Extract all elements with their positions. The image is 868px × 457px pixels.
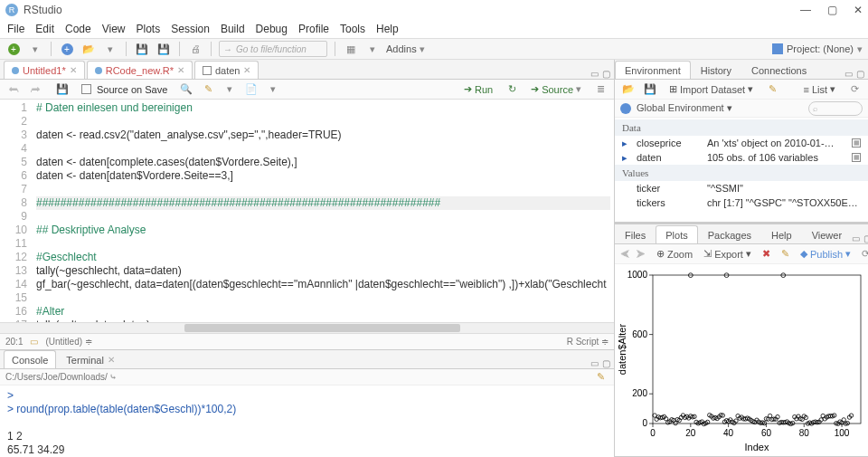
plot-tabs: Files Plots Packages Help Viewer ▭ ▢ [615,224,868,244]
save-source-button[interactable]: 💾 [54,81,71,98]
file-type[interactable]: R Script ≑ [567,337,609,347]
tab-plots[interactable]: Plots [656,225,697,243]
import-dataset-button[interactable]: ⊞Import Dataset ▾ [669,83,753,95]
save-all-button[interactable]: 💾 [156,41,172,57]
tab-untitled1[interactable]: Untitled1*✕ [4,61,85,79]
new-dropdown[interactable]: ▾ [27,41,43,57]
open-dropdown[interactable]: ▾ [102,41,118,57]
refresh-env-button[interactable]: ⟳ [846,81,863,98]
pane-min-icon[interactable]: ▭ [844,69,853,79]
pane-max-icon[interactable]: ▢ [602,69,610,79]
svg-text:40: 40 [723,428,734,438]
expand-arrow-icon[interactable]: ▸ [622,150,631,165]
tab-console[interactable]: Console [4,350,56,368]
menu-help[interactable]: Help [376,23,399,35]
pane-max-icon[interactable]: ▢ [856,69,864,79]
back-button[interactable]: ⮪ [5,81,22,98]
menu-code[interactable]: Code [65,23,91,35]
menu-build[interactable]: Build [221,23,245,35]
export-button[interactable]: ⇲Export ▾ [703,248,751,260]
publish-button[interactable]: ◆Publish ▾ [800,248,851,260]
menu-file[interactable]: File [7,23,24,35]
report-dropdown[interactable]: ▾ [265,81,281,98]
console-output[interactable]: > > round(prop.table(table(daten$Geschl)… [0,386,614,457]
goto-file-input[interactable]: → Go to file/function [219,41,327,57]
pane-min-icon[interactable]: ▭ [852,233,860,243]
source-button[interactable]: ➔Source ▾ [531,83,581,95]
load-workspace-button[interactable]: 📂 [620,81,637,98]
zoom-button[interactable]: ⊕Zoom [656,248,693,260]
minimize-button[interactable]: — [800,4,811,16]
close-tab-icon[interactable]: ✕ [108,355,115,365]
open-file-button[interactable]: 📂 [80,41,97,57]
close-tab-icon[interactable]: ✕ [70,65,77,75]
tab-environment[interactable]: Environment [615,61,691,79]
view-data-icon[interactable]: ▦ [852,153,861,162]
pane-max-icon[interactable]: ▢ [863,233,868,243]
remove-plot-button[interactable]: ✖ [762,246,770,262]
save-button[interactable]: 💾 [134,41,150,57]
grid-dropdown[interactable]: ▾ [364,41,381,57]
menu-tools[interactable]: Tools [340,23,365,35]
refresh-plot-button[interactable]: ⟳ [862,246,868,262]
menu-profile[interactable]: Profile [298,23,329,35]
print-button[interactable]: 🖨 [187,41,203,57]
clear-env-button[interactable]: ✎ [764,81,780,98]
grid-view-button[interactable]: ▦ [343,41,359,57]
env-row[interactable]: ▸daten105 obs. of 106 variables▦ [615,150,868,165]
view-data-icon[interactable]: ▦ [852,138,861,148]
wand-button[interactable]: ✎ [200,81,216,98]
expand-arrow-icon[interactable]: ▸ [622,136,631,150]
menu-debug[interactable]: Debug [256,23,288,35]
tab-terminal[interactable]: Terminal✕ [58,350,123,368]
env-scope[interactable]: Global Environment ▾ [637,102,732,114]
env-search-input[interactable]: ⌕ [808,101,863,116]
new-project-button[interactable]: + [59,41,75,57]
menu-edit[interactable]: Edit [35,23,54,35]
outline-button[interactable]: ≣ [592,81,609,98]
clear-plots-button[interactable]: ✎ [781,246,789,262]
pane-max-icon[interactable]: ▢ [602,358,610,368]
tab-history[interactable]: History [691,61,741,79]
find-button[interactable]: 🔍 [178,81,194,98]
fwd-button[interactable]: ⮫ [27,81,43,98]
close-button[interactable]: ✕ [854,4,863,16]
addins-menu[interactable]: Addins ▾ [386,43,425,55]
list-view-button[interactable]: ≡ List ▾ [803,83,835,95]
source-on-save-checkbox[interactable] [81,84,91,94]
close-tab-icon[interactable]: ✕ [243,65,250,75]
goto-arrow-icon: → [223,44,232,54]
code-editor[interactable]: 1234567891011121314151617181920212223 # … [0,100,614,322]
tab-rcode-new[interactable]: RCode_new.R*✕ [87,61,193,79]
rerun-button[interactable]: ↻ [504,81,520,98]
env-row[interactable]: ▸closepriceAn 'xts' object on 2010-01-…▦ [615,136,868,150]
new-file-button[interactable]: + [5,41,22,57]
close-tab-icon[interactable]: ✕ [177,65,184,75]
wand-dropdown[interactable]: ▾ [222,81,238,98]
save-workspace-button[interactable]: 💾 [642,81,658,98]
editor-h-scroll[interactable] [0,322,614,333]
tab-viewer[interactable]: Viewer [802,225,852,243]
tab-daten[interactable]: daten✕ [194,61,259,79]
env-row[interactable]: tickerschr [1:7] "^GSPC" "^STOXX50E"… [615,195,868,210]
pane-min-icon[interactable]: ▭ [590,69,599,79]
run-button[interactable]: ➔Run [464,83,493,95]
report-button[interactable]: 📄 [243,81,259,98]
tab-connections[interactable]: Connections [741,61,816,79]
menu-view[interactable]: View [102,23,126,35]
tab-help[interactable]: Help [761,225,802,243]
code-area[interactable]: # Daten einlesen und bereinigen daten <-… [33,100,614,322]
clear-console-button[interactable]: ✎ [592,369,609,386]
section-label[interactable]: (Untitled) ≑ [45,337,91,347]
pane-min-icon[interactable]: ▭ [590,358,599,368]
tab-packages[interactable]: Packages [698,225,761,243]
project-menu[interactable]: Project: (None) ▾ [772,43,863,55]
tab-files[interactable]: Files [615,225,656,243]
menu-plots[interactable]: Plots [137,23,161,35]
path-go-icon[interactable]: ⤷ [109,372,117,382]
env-row[interactable]: ticker"^SSMI" [615,181,868,195]
prev-plot-button[interactable]: ⮜ [620,246,630,262]
next-plot-button[interactable]: ⮞ [636,246,646,262]
maximize-button[interactable]: ▢ [827,4,837,16]
menu-session[interactable]: Session [171,23,210,35]
